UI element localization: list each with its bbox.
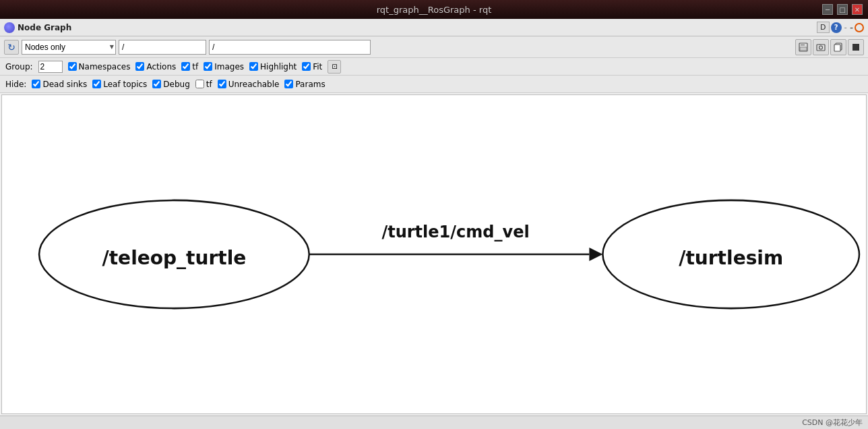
- leaf-topics-checkbox-label[interactable]: Leaf topics: [92, 80, 147, 89]
- filter-input-1[interactable]: [119, 40, 206, 55]
- plugin-header: Node Graph D ? - -: [0, 19, 868, 36]
- tf-label-group: tf: [192, 62, 198, 72]
- plugin-header-right: D ? - -: [817, 22, 864, 33]
- status-bar: CSDN @花花少年: [0, 416, 868, 429]
- actions-checkbox-label[interactable]: Actions: [135, 62, 176, 72]
- dead-sinks-label: Dead sinks: [42, 80, 87, 89]
- d-button[interactable]: D: [817, 22, 829, 33]
- tf-checkbox-label-group[interactable]: tf: [181, 62, 198, 72]
- fit-checkbox[interactable]: [302, 62, 311, 71]
- save-button[interactable]: [795, 39, 811, 55]
- images-label: Images: [214, 62, 244, 72]
- arrow-head: [589, 248, 602, 261]
- group-number-input[interactable]: [38, 61, 63, 73]
- leaf-topics-checkbox[interactable]: [92, 80, 101, 88]
- graph-svg: /teleop_turtle /turtle1/cmd_vel /turtles…: [2, 95, 866, 413]
- highlight-checkbox[interactable]: [249, 62, 258, 71]
- dead-sinks-checkbox[interactable]: [32, 80, 40, 88]
- hide-label: Hide:: [5, 80, 26, 89]
- highlight-label: Highlight: [260, 62, 297, 72]
- debug-checkbox-label[interactable]: Debug: [152, 80, 189, 89]
- group-options-row: Group: Namespaces Actions tf Images High…: [0, 58, 868, 76]
- node-turtlesim-label: /turtlesim: [679, 247, 783, 269]
- filter-input-2[interactable]: [209, 40, 371, 55]
- fit-icon-button[interactable]: ⊡: [328, 60, 341, 74]
- plugin-icon: [4, 22, 15, 33]
- svg-rect-2: [800, 47, 807, 51]
- namespaces-checkbox-label[interactable]: Namespaces: [68, 62, 131, 72]
- params-checkbox-label[interactable]: Params: [284, 80, 325, 89]
- header-dash-button[interactable]: -: [850, 22, 853, 33]
- header-separator: -: [844, 23, 847, 32]
- view-mode-dropdown-wrapper: Nodes only Nodes/Topics (all) Nodes/Topi…: [22, 40, 116, 55]
- toolbar-right-icons: [795, 39, 864, 55]
- help-button[interactable]: ?: [831, 22, 842, 33]
- svg-rect-7: [834, 45, 840, 51]
- tf-checkbox-label-hide[interactable]: tf: [195, 80, 212, 89]
- window-controls: ─ □ ✕: [822, 4, 863, 15]
- view-mode-dropdown[interactable]: Nodes only Nodes/Topics (all) Nodes/Topi…: [22, 40, 116, 55]
- hide-options-row: Hide: Dead sinks Leaf topics Debug tf Un…: [0, 76, 868, 93]
- title-bar: rqt_graph__RosGraph - rqt ─ □ ✕: [0, 0, 868, 19]
- unreachable-checkbox[interactable]: [218, 80, 226, 88]
- stop-button[interactable]: [848, 39, 864, 55]
- group-label: Group:: [5, 62, 33, 72]
- svg-rect-8: [852, 44, 859, 51]
- actions-label: Actions: [146, 62, 176, 72]
- svg-rect-5: [819, 44, 822, 45]
- refresh-button[interactable]: ↻: [4, 40, 19, 55]
- unreachable-checkbox-label[interactable]: Unreachable: [218, 80, 280, 89]
- svg-rect-3: [817, 45, 825, 51]
- save-icon: [799, 42, 808, 52]
- plugin-title: Node Graph: [18, 23, 71, 32]
- maximize-button[interactable]: □: [837, 4, 848, 15]
- tf-label-hide: tf: [206, 80, 212, 89]
- close-button[interactable]: ✕: [852, 4, 863, 15]
- minimize-button[interactable]: ─: [822, 4, 833, 15]
- tf-checkbox-group[interactable]: [181, 62, 190, 71]
- window-title: rqt_graph__RosGraph - rqt: [377, 5, 492, 15]
- watermark-text: CSDN @花花少年: [802, 418, 863, 428]
- images-checkbox[interactable]: [204, 62, 212, 71]
- toolbar-row: ↻ Nodes only Nodes/Topics (all) Nodes/To…: [0, 36, 868, 58]
- stop-icon: [851, 42, 861, 52]
- graph-canvas[interactable]: /teleop_turtle /turtle1/cmd_vel /turtles…: [1, 94, 867, 414]
- dead-sinks-checkbox-label[interactable]: Dead sinks: [32, 80, 87, 89]
- images-checkbox-label[interactable]: Images: [204, 62, 244, 72]
- node-teleop-turtle-label: /teleop_turtle: [102, 247, 246, 269]
- params-checkbox[interactable]: [284, 80, 293, 88]
- actions-checkbox[interactable]: [135, 62, 144, 71]
- params-label: Params: [295, 80, 325, 89]
- debug-label: Debug: [163, 80, 189, 89]
- camera-icon: [816, 42, 826, 52]
- header-circle-button[interactable]: [855, 23, 864, 32]
- copy-icon: [834, 42, 843, 52]
- highlight-checkbox-label[interactable]: Highlight: [249, 62, 297, 72]
- fit-checkbox-label[interactable]: Fit: [302, 62, 322, 72]
- namespaces-checkbox[interactable]: [68, 62, 77, 71]
- leaf-topics-label: Leaf topics: [103, 80, 147, 89]
- fit-label: Fit: [313, 62, 322, 72]
- screenshot-button[interactable]: [813, 39, 829, 55]
- debug-checkbox[interactable]: [152, 80, 161, 88]
- edge-label: /turtle1/cmd_vel: [381, 223, 529, 241]
- namespaces-label: Namespaces: [79, 62, 131, 72]
- main-window: Node Graph D ? - - ↻ Nodes only Nodes/To…: [0, 19, 868, 429]
- tf-checkbox-hide[interactable]: [195, 80, 204, 88]
- svg-rect-1: [801, 43, 805, 46]
- copy-button[interactable]: [830, 39, 846, 55]
- unreachable-label: Unreachable: [228, 80, 280, 89]
- svg-point-4: [819, 46, 823, 49]
